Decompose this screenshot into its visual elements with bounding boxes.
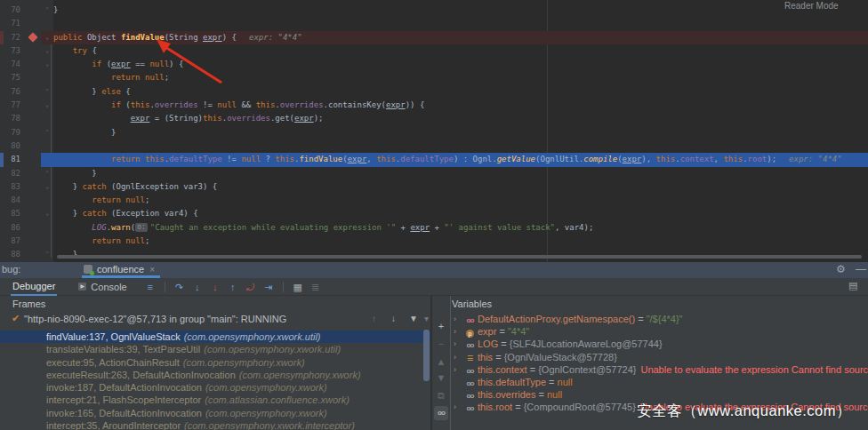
breakpoint-gutter[interactable]	[27, 248, 41, 261]
variable-row[interactable]: ›ooLOG = {SLF4JLocationAwareLog@57744}	[432, 338, 868, 350]
line-number[interactable]: 84	[0, 194, 27, 207]
line-number[interactable]: 82	[0, 167, 27, 180]
move-frame-up-icon[interactable]: ↑	[372, 314, 376, 323]
stack-frame-row[interactable]: intercept:35, AroundInterceptor(com.open…	[0, 419, 430, 430]
line-number[interactable]: 87	[0, 235, 27, 248]
expand-chevron-icon[interactable]: ›	[454, 325, 456, 338]
variable-row[interactable]: ›oothis.root = {CompoundRoot@57745}Unabl…	[432, 401, 868, 413]
line-number[interactable]: 70	[0, 4, 27, 17]
code-line[interactable]: 76⌃ } else {	[0, 85, 868, 99]
expand-chevron-icon[interactable]: ›	[454, 351, 456, 363]
breakpoint-gutter[interactable]	[27, 58, 41, 71]
fold-down-icon[interactable]: ⌄	[41, 31, 53, 44]
stack-frame-row[interactable]: invoke:187, DefaultActionInvocation(com.…	[0, 381, 430, 394]
mute-breakpoints-icon[interactable]: ≣	[307, 279, 325, 295]
code-text[interactable]: return null;	[53, 71, 868, 84]
thread-selector[interactable]: ✔ "http-nio-8090-exec-12"@57,713 in grou…	[0, 311, 430, 328]
filter-icon[interactable]: ▼	[409, 314, 418, 323]
code-text[interactable]: public Object findValue(String expr) {ex…	[53, 31, 868, 44]
variable-row[interactable]: ›oothis.context = {OgnlContext@57724}Una…	[432, 363, 868, 376]
breakpoint-gutter[interactable]	[27, 99, 41, 112]
line-number[interactable]: 73	[0, 44, 27, 58]
breakpoint-gutter[interactable]	[27, 126, 41, 139]
code-text[interactable]: } else {	[53, 85, 868, 99]
code-text[interactable]: try {	[53, 44, 868, 58]
stack-frame-row[interactable]: executeResult:263, DefaultActionInvocati…	[0, 369, 430, 381]
code-line[interactable]: 84 return null;	[0, 194, 868, 207]
step-over-icon[interactable]: ↷	[171, 279, 189, 295]
step-out-icon[interactable]: ↑	[224, 279, 242, 295]
code-text[interactable]: LOG.warn(o:"Caught an exception while ev…	[53, 221, 868, 235]
force-step-into-icon[interactable]: ↓	[206, 279, 224, 295]
code-line[interactable]: 86 LOG.warn(o:"Caught an exception while…	[0, 221, 868, 235]
breakpoint-gutter[interactable]	[27, 85, 41, 99]
line-number[interactable]: 71	[0, 17, 27, 30]
breakpoint-gutter[interactable]	[27, 180, 41, 194]
breakpoint-gutter[interactable]	[27, 31, 41, 44]
line-number[interactable]: 79	[0, 126, 27, 139]
restore-layout-icon[interactable]: ▤	[848, 280, 857, 291]
variable-row[interactable]: ›pexpr = "4*4"	[432, 325, 868, 338]
step-into-icon[interactable]: ↓	[189, 279, 206, 295]
frames-scrollbar[interactable]	[423, 330, 430, 381]
debug-session-tab[interactable]: confluence ×	[84, 262, 155, 276]
code-text[interactable]	[53, 139, 868, 153]
code-text[interactable]: if (this.overrides != null && this.overr…	[53, 99, 868, 112]
code-text[interactable]: return this.defaultType != null ? this.f…	[53, 153, 868, 166]
fold-up-icon[interactable]: ⌃	[41, 85, 53, 99]
code-text[interactable]: }	[53, 167, 868, 180]
code-line[interactable]: 72⌄public Object findValue(String expr) …	[0, 31, 868, 44]
code-line[interactable]: 81 return this.defaultType != null ? thi…	[0, 153, 868, 166]
move-frame-down-icon[interactable]: ↓	[391, 314, 396, 323]
fold-up-icon[interactable]: ⌃	[41, 248, 53, 261]
code-lines[interactable]: 70⌃}7172⌄public Object findValue(String …	[0, 4, 868, 262]
fold-up-icon[interactable]: ⌃	[41, 126, 53, 139]
stack-frame-row[interactable]: invoke:165, DefaultActionInvocation(com.…	[0, 407, 430, 419]
breakpoint-gutter[interactable]	[27, 207, 41, 220]
code-line[interactable]: 70⌃}	[0, 4, 868, 17]
code-text[interactable]: if (expr == null) {	[53, 58, 868, 71]
expand-chevron-icon[interactable]: ›	[454, 313, 456, 325]
code-text[interactable]: }	[53, 4, 868, 17]
variable-row[interactable]: oothis.overrides = null	[432, 388, 868, 401]
line-number[interactable]: 78	[0, 112, 27, 125]
code-text[interactable]: } catch (OgnlException var3) {	[53, 180, 868, 194]
code-text[interactable]: } catch (Exception var4) {	[53, 207, 868, 220]
run-to-cursor-icon[interactable]: ⇥	[260, 279, 277, 295]
expand-chevron-icon[interactable]: ›	[454, 338, 456, 350]
fold-down-icon[interactable]: ⌄	[41, 44, 53, 58]
line-number[interactable]: 75	[0, 71, 27, 84]
breakpoint-gutter[interactable]	[27, 44, 41, 58]
line-number[interactable]: 74	[0, 58, 27, 71]
code-text[interactable]: return null;	[53, 235, 868, 248]
gear-icon[interactable]: ⚙	[836, 263, 846, 275]
breakpoint-gutter[interactable]	[27, 153, 41, 166]
stack-frame-row[interactable]: execute:95, ActionChainResult(com.opensy…	[0, 356, 430, 369]
fold-down-icon[interactable]: ⌄	[41, 207, 53, 220]
line-number[interactable]: 72	[0, 31, 27, 44]
fold-down-icon[interactable]: ⌄	[41, 99, 53, 112]
breakpoint-icon[interactable]	[28, 32, 37, 42]
stack-frame-row[interactable]: intercept:21, FlashScopeInterceptor(com.…	[0, 394, 430, 406]
evaluate-expression-icon[interactable]: ▦	[289, 279, 307, 295]
code-editor[interactable]: 70⌃}7172⌄public Object findValue(String …	[0, 0, 868, 262]
code-text[interactable]: expr = (String)this.overrides.get(expr);	[53, 112, 868, 125]
breakpoint-gutter[interactable]	[27, 4, 41, 17]
line-number[interactable]: 83	[0, 180, 27, 194]
code-line[interactable]: 78 expr = (String)this.overrides.get(exp…	[0, 112, 868, 125]
variable-row[interactable]: oothis.defaultType = null	[432, 376, 868, 388]
code-text[interactable]: }	[53, 126, 868, 139]
line-number[interactable]: 86	[0, 221, 27, 235]
breakpoint-gutter[interactable]	[27, 221, 41, 235]
horizontal-scrollbar[interactable]	[57, 255, 862, 259]
expand-chevron-icon[interactable]: ›	[454, 401, 456, 413]
code-line[interactable]: 83⌄ } catch (OgnlException var3) {	[0, 180, 868, 194]
breakpoint-gutter[interactable]	[27, 71, 41, 84]
variable-row[interactable]: ›ooDefaultActionProxy.getNamespace() = "…	[432, 313, 868, 325]
breakpoint-gutter[interactable]	[27, 167, 41, 180]
stack-frame-row[interactable]: findValue:137, OgnlValueStack(com.opensy…	[0, 330, 430, 343]
code-line[interactable]: 87 return null;	[0, 235, 868, 248]
breakpoint-gutter[interactable]	[27, 194, 41, 207]
fold-up-icon[interactable]: ⌃	[41, 167, 53, 180]
code-line[interactable]: 85⌄ } catch (Exception var4) {	[0, 207, 868, 220]
